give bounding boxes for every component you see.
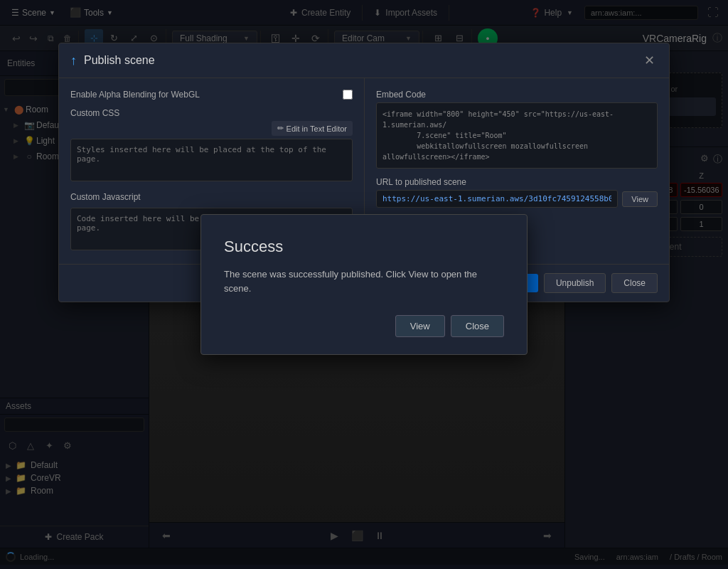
success-title: Success — [224, 238, 504, 256]
success-view-button[interactable]: View — [395, 315, 445, 337]
success-modal-overlay: Success The scene was successfully publi… — [0, 0, 728, 569]
success-buttons: View Close — [224, 315, 504, 337]
success-close-button[interactable]: Close — [451, 315, 504, 337]
success-message: The scene was successfully published. Cl… — [224, 267, 504, 295]
success-modal: Success The scene was successfully publi… — [200, 214, 528, 355]
